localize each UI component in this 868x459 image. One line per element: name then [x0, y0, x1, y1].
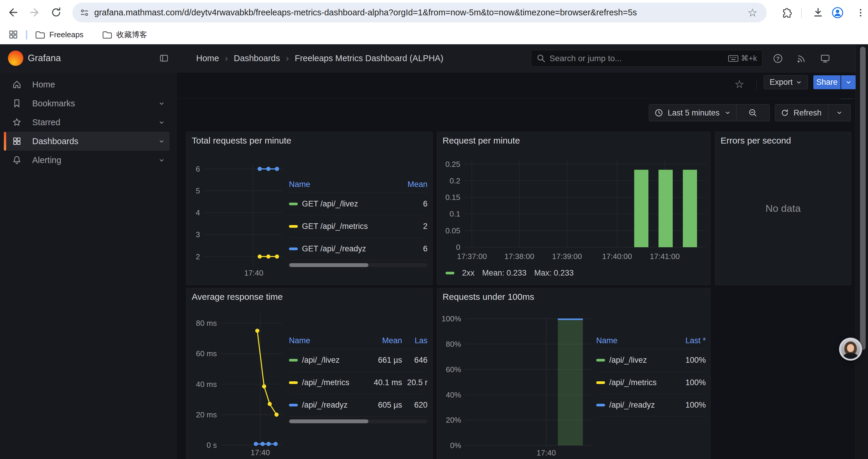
reload-icon[interactable] [50, 6, 63, 19]
legend-scrollbar[interactable] [288, 263, 428, 267]
sidebar-item-alerting[interactable]: Alerting [6, 151, 169, 169]
search-input[interactable] [550, 54, 728, 63]
legend-column-header[interactable]: Las [402, 336, 428, 345]
extensions-icon[interactable] [779, 6, 793, 20]
refresh-interval-button[interactable] [829, 109, 850, 116]
refresh-picker[interactable]: Refresh [775, 104, 850, 121]
panel-errors-per-second[interactable]: Errors per secondNo data [715, 132, 851, 285]
legend-row[interactable]: /api/_/readyz100% [596, 394, 706, 417]
search-shortcut: ⌘+k [728, 54, 757, 63]
dashboard-toolbar: ☆ Export Share [177, 73, 868, 99]
legend-column-header[interactable]: Name [596, 336, 668, 345]
legend-row[interactable]: /api/_/livez100% [596, 349, 706, 371]
breadcrumb-item[interactable]: Dashboards [234, 54, 280, 63]
chevron-down-icon[interactable] [158, 119, 165, 126]
legend-inline[interactable]: 2xxMean: 0.233Max: 0.233 [445, 268, 574, 277]
bookmark-item[interactable]: 收藏博客 [102, 25, 147, 44]
time-range-picker[interactable]: Last 5 minutes [649, 104, 770, 121]
forward-icon[interactable] [28, 6, 41, 19]
series-value: 646 [402, 356, 428, 365]
svg-text:0.1: 0.1 [450, 209, 460, 218]
series-stat: Mean: 0.233 [482, 268, 526, 277]
zoom-out-button[interactable] [737, 108, 769, 118]
scrollbar-track[interactable] [856, 44, 868, 459]
sidebar-item-starred[interactable]: Starred [6, 113, 169, 132]
legend-column-header[interactable]: Last * [668, 336, 706, 345]
chevron-down-icon [796, 79, 802, 86]
series-value: 620 [402, 400, 428, 410]
panel-requests-under-100ms[interactable]: Requests under 100ms100%80%60%40%20%0%17… [437, 288, 711, 459]
series-stat: Max: 0.233 [534, 268, 574, 277]
panel-title[interactable]: Request per minute [442, 136, 520, 145]
svg-text:0.2: 0.2 [450, 176, 460, 185]
chevron-down-icon [845, 79, 852, 86]
legend-row[interactable]: GET /api/_/metrics2 [288, 215, 428, 238]
floating-avatar[interactable] [839, 338, 862, 361]
search-box[interactable]: ⌘+k [531, 50, 763, 67]
legend-scrollbar[interactable] [288, 419, 428, 423]
scrollbar-thumb[interactable] [860, 47, 866, 350]
breadcrumb-item[interactable]: Home [196, 54, 219, 63]
panel-title[interactable]: Requests under 100ms [442, 292, 534, 302]
monitor-icon[interactable] [819, 52, 831, 65]
profile-icon[interactable] [831, 6, 844, 20]
sidebar-item-bookmarks[interactable]: Bookmarks [6, 94, 169, 113]
legend-row[interactable]: /api/_/metrics40.1 ms20.5 r [288, 371, 428, 394]
favorite-star-icon[interactable]: ☆ [735, 78, 744, 91]
share-button[interactable]: Share [813, 75, 840, 89]
series-value: 6 [404, 199, 428, 208]
download-icon[interactable] [811, 6, 825, 20]
legend-header-row: NameMean [288, 176, 428, 193]
legend-row[interactable]: GET /api/_/readyz6 [288, 238, 428, 260]
browser-toolbar: grafana.mathmast.com/d/deytv4rwavabkb/fr… [0, 0, 868, 25]
legend-row[interactable]: GET /api/_/livez6 [288, 193, 428, 215]
legend-row[interactable]: /api/_/metrics100% [596, 371, 706, 394]
chevron-down-icon[interactable] [158, 157, 165, 164]
dock-sidebar-icon[interactable] [158, 53, 169, 64]
clock-icon [654, 108, 663, 117]
svg-text:0.15: 0.15 [445, 193, 460, 202]
bookmark-star-icon[interactable]: ☆ [746, 6, 759, 20]
chevron-down-icon [724, 109, 731, 116]
help-icon[interactable]: ? [772, 52, 784, 65]
svg-text:60%: 60% [446, 365, 461, 374]
chevron-down-icon[interactable] [158, 138, 165, 145]
sidebar-item-home[interactable]: Home [6, 75, 169, 94]
series-color-dash-icon [596, 381, 605, 384]
sidebar-item-dashboards[interactable]: Dashboards [6, 132, 169, 151]
share-menu-button[interactable] [840, 75, 856, 89]
panel-title[interactable]: Total requests per minute [192, 136, 291, 145]
svg-text:6: 6 [196, 165, 200, 173]
legend-column-header[interactable]: Mean [358, 336, 402, 345]
apps-grid-icon[interactable] [8, 25, 19, 44]
legend-row[interactable]: /api/_/livez661 µs646 [288, 349, 428, 371]
bookmarks-bar: Freeleaps收藏博客 [0, 25, 868, 44]
legend-column-header[interactable]: Name [288, 336, 358, 345]
svg-text:3: 3 [196, 230, 200, 239]
legend-row[interactable]: /api/_/readyz605 µs620 [288, 394, 428, 417]
url-bar[interactable]: grafana.mathmast.com/d/deytv4rwavabkb/fr… [72, 3, 767, 23]
panel-avg-response-time[interactable]: Average response time80 ms60 ms40 ms20 m… [186, 288, 433, 459]
panel-title[interactable]: Average response time [192, 292, 283, 302]
no-data-message: No data [715, 132, 851, 285]
export-button[interactable]: Export [764, 75, 808, 89]
series-color-dash-icon [289, 225, 298, 228]
site-settings-icon[interactable] [79, 7, 90, 18]
grafana-logo-icon[interactable] [8, 51, 23, 66]
series-name: /api/_/readyz [609, 400, 655, 410]
legend-column-header[interactable]: Name [288, 180, 404, 189]
series-color-dash-icon [289, 359, 298, 362]
panel-requests-per-minute[interactable]: Request per minute0.250.20.150.10.05017:… [437, 132, 711, 285]
chevron-down-icon[interactable] [158, 100, 165, 107]
series-color-dash-icon [289, 404, 298, 406]
svg-text:4: 4 [196, 208, 200, 217]
breadcrumb-item: Freeleaps Metrics Dashboard (ALPHA) [295, 54, 443, 63]
back-icon[interactable] [6, 6, 20, 19]
bookmark-item[interactable]: Freeleaps [35, 25, 84, 44]
rss-news-icon[interactable] [795, 52, 807, 65]
sidebar-item-label: Dashboards [32, 136, 78, 146]
legend-column-header[interactable]: Mean [404, 180, 428, 189]
bell-icon [11, 155, 23, 166]
browser-menu-icon[interactable] [854, 6, 867, 20]
panel-total-requests[interactable]: Total requests per minute6543217:40NameM… [186, 132, 433, 285]
